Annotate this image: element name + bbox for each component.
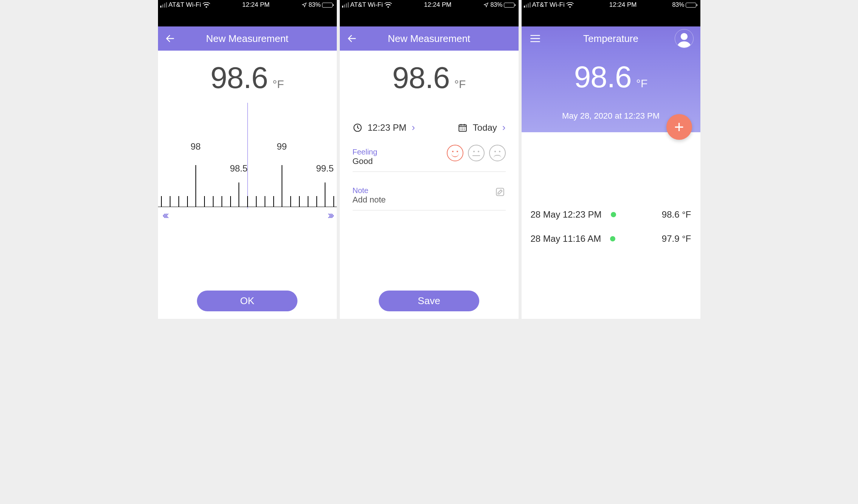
temperature-display: 98.6 °F (340, 51, 519, 95)
back-icon[interactable] (165, 33, 175, 44)
menu-icon[interactable] (530, 34, 541, 43)
wifi-icon (384, 2, 392, 8)
screen-new-measurement-details: AT&T Wi-Fi 12:24 PM 83% New Measurement … (340, 0, 519, 319)
battery-pct: 83% (490, 2, 502, 8)
ruler-label-half-right: 99.5 (316, 163, 334, 174)
entry-value: 97.9 °F (662, 233, 691, 244)
svg-rect-8 (496, 188, 504, 196)
plus-icon: + (674, 117, 684, 136)
feeling-field: Feeling Good (353, 142, 506, 172)
note-placeholder: Add note (353, 195, 506, 205)
battery-pct: 83% (672, 2, 684, 8)
profile-avatar[interactable] (675, 29, 694, 48)
chevron-right-icon: › (412, 122, 415, 133)
status-time: 12:24 PM (242, 1, 270, 9)
battery-icon (504, 3, 514, 8)
device-top-black: AT&T Wi-Fi 12:24 PM 83% (158, 0, 337, 26)
temperature-value: 98.6 (574, 60, 632, 94)
entry-value: 98.6 °F (662, 209, 691, 220)
screen-new-measurement-ruler: AT&T Wi-Fi 12:24 PM 83% New Measurement … (158, 0, 337, 319)
save-button[interactable]: Save (379, 291, 479, 311)
header: New Measurement (158, 26, 337, 51)
wifi-icon (566, 2, 574, 8)
temperature-display: 98.6 °F (522, 51, 700, 94)
temperature-unit: °F (454, 78, 466, 91)
ruler-label-major-left: 98 (190, 141, 201, 152)
svg-point-2 (460, 128, 461, 128)
status-bar: AT&T Wi-Fi 12:24 PM 83% (522, 0, 700, 10)
status-bar: AT&T Wi-Fi 12:24 PM 83% (158, 0, 337, 10)
signal-icon (524, 2, 531, 8)
device-top-black: AT&T Wi-Fi 12:24 PM 83% (340, 0, 519, 26)
ruler-scroll-right-icon[interactable]: ››› (328, 209, 332, 221)
device-top-black: AT&T Wi-Fi 12:24 PM 83% (522, 0, 700, 26)
list-item[interactable]: 28 May 12:23 PM 98.6 °F (531, 203, 691, 227)
note-label: Note (353, 186, 506, 195)
status-time: 12:24 PM (609, 1, 637, 9)
wifi-icon (203, 2, 210, 8)
status-dot-icon (611, 212, 616, 217)
page-title: Temperature (583, 33, 638, 45)
temperature-value: 98.6 (211, 60, 268, 95)
status-bar: AT&T Wi-Fi 12:24 PM 83% (340, 0, 519, 10)
signal-icon (160, 2, 167, 8)
svg-point-4 (464, 128, 465, 128)
calendar-icon (458, 123, 468, 133)
date-value: Today (473, 122, 497, 133)
date-picker[interactable]: Today › (458, 122, 506, 133)
edit-icon[interactable] (495, 187, 505, 197)
page-title: New Measurement (388, 33, 470, 45)
note-field[interactable]: Note Add note (353, 181, 506, 210)
ok-button[interactable]: OK (197, 291, 297, 311)
svg-point-7 (464, 129, 465, 130)
temperature-unit: °F (273, 78, 284, 91)
battery-icon (686, 3, 696, 8)
back-icon[interactable] (347, 33, 357, 44)
clock-icon (353, 123, 362, 133)
list-item[interactable]: 28 May 11:16 AM 97.9 °F (531, 227, 691, 251)
temperature-unit: °F (636, 77, 647, 90)
temperature-ruler[interactable]: 98 98.5 99 99.5 ‹‹‹ ››› (158, 103, 337, 216)
add-measurement-fab[interactable]: + (666, 114, 692, 140)
page-title: New Measurement (206, 33, 288, 45)
location-icon (483, 2, 489, 8)
time-value: 12:23 PM (368, 122, 407, 133)
ruler-label-half-left: 98.5 (230, 163, 248, 174)
header: Temperature (522, 26, 700, 51)
location-icon (302, 2, 307, 8)
feeling-happy-icon[interactable] (447, 145, 463, 161)
chevron-right-icon: › (502, 122, 506, 133)
temperature-value: 98.6 (392, 60, 450, 95)
svg-point-3 (462, 128, 463, 128)
signal-icon (342, 2, 349, 8)
ruler-label-major-right: 99 (277, 141, 287, 152)
carrier-label: AT&T Wi-Fi (350, 1, 383, 9)
header: New Measurement (340, 26, 519, 51)
screen-temperature-summary: AT&T Wi-Fi 12:24 PM 83% Temperature 98.6… (522, 0, 700, 319)
time-picker[interactable]: 12:23 PM › (353, 122, 415, 133)
entry-date: 28 May 11:16 AM (531, 233, 601, 244)
feeling-neutral-icon[interactable] (468, 145, 485, 161)
entry-date: 28 May 12:23 PM (531, 209, 602, 220)
svg-point-6 (462, 129, 463, 130)
battery-pct: 83% (308, 2, 321, 8)
status-dot-icon (610, 236, 615, 241)
feeling-sad-icon[interactable] (489, 145, 506, 161)
status-time: 12:24 PM (424, 1, 452, 9)
measurement-list: 28 May 12:23 PM 98.6 °F 28 May 11:16 AM … (522, 132, 700, 251)
carrier-label: AT&T Wi-Fi (169, 1, 201, 9)
battery-icon (322, 3, 333, 8)
carrier-label: AT&T Wi-Fi (532, 1, 565, 9)
svg-point-9 (680, 33, 687, 40)
svg-point-5 (460, 129, 461, 130)
temperature-display: 98.6 °F (158, 51, 337, 95)
ruler-scroll-left-icon[interactable]: ‹‹‹ (163, 209, 167, 221)
